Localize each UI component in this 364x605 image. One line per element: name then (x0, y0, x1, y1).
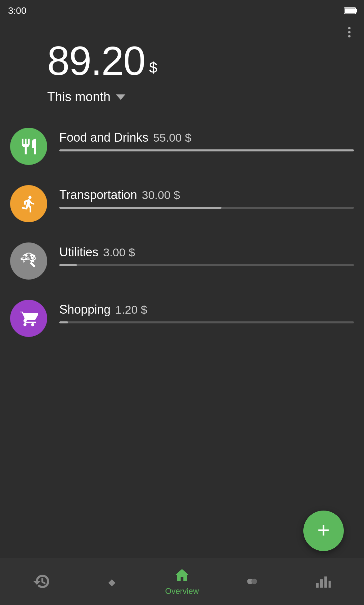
transport-header: Transportation 30.00 $ (59, 188, 354, 202)
plus-icon: + (317, 519, 330, 541)
nav-item-overview[interactable]: Overview (147, 567, 217, 596)
svg-rect-4 (324, 576, 327, 587)
food-progress-fill (59, 149, 354, 151)
nav-item-filter[interactable] (77, 573, 147, 590)
total-amount: 89.20 (47, 40, 145, 81)
shopping-progress-bg (59, 321, 354, 323)
period-selector[interactable]: This month (47, 90, 364, 104)
status-time: 3:00 (8, 5, 27, 16)
shopping-icon (10, 300, 47, 337)
food-name: Food and Drinks (59, 131, 148, 145)
utilities-icon (10, 242, 47, 280)
svg-rect-2 (316, 583, 318, 588)
amount-section: 89.20 $ This month (0, 20, 364, 111)
transport-icon (10, 185, 47, 222)
svg-rect-3 (320, 579, 323, 588)
dot-2 (348, 31, 351, 33)
utilities-progress-bg (59, 264, 354, 266)
status-bar: 3:00 (0, 0, 364, 20)
food-icon (10, 128, 47, 165)
food-amount: 55.00 $ (153, 131, 191, 144)
utilities-header: Utilities 3.00 $ (59, 245, 354, 259)
utilities-amount: 3.00 $ (103, 246, 135, 259)
utilities-progress-fill (59, 264, 77, 266)
transport-category-info: Transportation 30.00 $ (59, 185, 354, 209)
utilities-category-info: Utilities 3.00 $ (59, 242, 354, 266)
food-header: Food and Drinks 55.00 $ (59, 131, 354, 145)
transport-progress-bg (59, 207, 354, 209)
svg-point-1 (251, 579, 257, 584)
shopping-amount: 1.20 $ (115, 303, 147, 316)
svg-rect-5 (329, 581, 331, 588)
chevron-down-icon (116, 94, 125, 100)
shopping-header: Shopping 1.20 $ (59, 302, 354, 317)
transport-name: Transportation (59, 188, 137, 202)
transport-amount: 30.00 $ (142, 189, 180, 202)
category-item-shopping[interactable]: Shopping 1.20 $ (10, 300, 354, 337)
battery-icon (344, 7, 356, 14)
nav-item-history[interactable] (7, 573, 77, 590)
shopping-category-info: Shopping 1.20 $ (59, 300, 354, 323)
currency-symbol: $ (149, 59, 157, 76)
dot-3 (348, 35, 351, 37)
dot-1 (348, 27, 351, 29)
category-item-food[interactable]: Food and Drinks 55.00 $ (10, 128, 354, 165)
food-progress-bg (59, 149, 354, 151)
nav-item-accounts[interactable] (217, 573, 287, 590)
utilities-name: Utilities (59, 245, 98, 259)
bottom-nav: Overview (0, 558, 364, 605)
category-list: Food and Drinks 55.00 $ Transportation 3… (0, 128, 364, 337)
food-category-info: Food and Drinks 55.00 $ (59, 128, 354, 151)
shopping-name: Shopping (59, 302, 111, 317)
overview-nav-label: Overview (165, 586, 199, 596)
add-expense-button[interactable]: + (303, 511, 344, 551)
category-item-utilities[interactable]: Utilities 3.00 $ (10, 242, 354, 280)
period-label: This month (47, 90, 111, 104)
nav-item-reports[interactable] (287, 573, 357, 590)
more-options-button[interactable] (345, 24, 354, 41)
category-item-transportation[interactable]: Transportation 30.00 $ (10, 185, 354, 222)
amount-row: 89.20 $ (47, 40, 364, 81)
transport-progress-fill (59, 207, 221, 209)
shopping-progress-fill (59, 321, 68, 323)
